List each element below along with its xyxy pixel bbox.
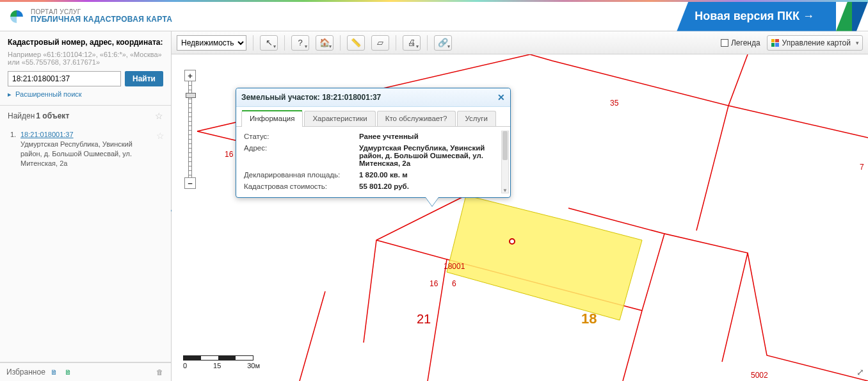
star-icon[interactable]: ☆ xyxy=(156,130,165,168)
link-tool[interactable]: 🔗 xyxy=(434,35,452,51)
measure-line-tool[interactable]: 📏 xyxy=(347,35,365,51)
favorites-label: Избранное xyxy=(6,368,45,377)
zoom-handle[interactable] xyxy=(186,93,196,98)
info-row: Адрес:Удмуртская Республика, Увинский ра… xyxy=(244,142,502,169)
checkbox-icon xyxy=(721,39,728,47)
advanced-search-link[interactable]: Расширенный поиск xyxy=(15,90,82,98)
tab-serviced-by[interactable]: Кто обслуживает? xyxy=(377,111,456,126)
tab-info[interactable]: Информация xyxy=(241,111,303,126)
results-summary: Найден 1 объект ☆ xyxy=(0,106,171,126)
logo-block[interactable]: ПОРТАЛ УСЛУГ ПУБЛИЧНАЯ КАДАСТРОВАЯ КАРТА xyxy=(0,8,180,26)
manage-map-button[interactable]: Управление картой xyxy=(767,35,863,51)
print-tool[interactable]: 🖨 xyxy=(403,35,421,51)
close-icon[interactable]: ✕ xyxy=(497,92,505,102)
pointer-tool[interactable]: ↖ xyxy=(260,35,278,51)
tab-characteristics[interactable]: Характеристики xyxy=(304,111,375,126)
trash-icon[interactable]: 🗑 xyxy=(154,367,165,377)
chevron-down-icon[interactable]: ▼ xyxy=(502,188,508,193)
popup-scrollbar[interactable]: ▲ ▼ xyxy=(501,131,509,193)
search-label: Кадастровый номер, адрес, координата: xyxy=(0,31,171,51)
popup-tabs: Информация Характеристики Кто обслуживае… xyxy=(236,107,510,127)
svg-text:16: 16 xyxy=(430,279,438,288)
svg-text:16: 16 xyxy=(225,150,234,159)
result-item[interactable]: 1. 18:21:018001:37 Удмуртская Республика… xyxy=(0,126,171,174)
svg-text:6: 6 xyxy=(452,279,456,288)
header-accent xyxy=(836,2,868,31)
svg-text:5002: 5002 xyxy=(751,371,768,380)
logo-text: ПОРТАЛ УСЛУГ ПУБЛИЧНАЯ КАДАСТРОВАЯ КАРТА xyxy=(31,8,172,24)
app-header: ПОРТАЛ УСЛУГ ПУБЛИЧНАЯ КАДАСТРОВАЯ КАРТА… xyxy=(0,2,868,31)
info-row: Кадастровая стоимость:55 801.20 руб. xyxy=(244,181,502,192)
legend-toggle[interactable]: Легенда xyxy=(721,38,760,47)
svg-text:18: 18 xyxy=(581,311,597,327)
measure-area-tool[interactable]: ▱ xyxy=(371,35,389,51)
export-xls-icon[interactable]: 🗎 xyxy=(63,367,74,377)
popup-body: Статус:Ранее учтенный Адрес:Удмуртская Р… xyxy=(236,127,510,197)
scroll-thumb[interactable] xyxy=(502,131,508,160)
svg-point-1 xyxy=(510,239,515,244)
svg-text:35: 35 xyxy=(610,99,619,108)
tab-services[interactable]: Услуги xyxy=(457,111,496,126)
info-tool[interactable]: 🏠 xyxy=(316,35,334,51)
svg-text:18001: 18001 xyxy=(444,262,465,271)
info-row: Декларированная площадь:1 820.00 кв. м xyxy=(244,169,502,181)
export-doc-icon[interactable]: 🗎 xyxy=(49,367,60,377)
favorites-bar: Избранное 🗎 🗎 🗑 xyxy=(0,362,171,381)
search-hint: Например «61:6:10104:12», «61:6:*», «Мос… xyxy=(0,51,171,71)
object-type-select[interactable]: Недвижимость xyxy=(177,35,246,51)
logo-icon xyxy=(8,8,26,26)
parcel-popup: Земельный участок: 18:21:018001:37 ✕ Инф… xyxy=(236,88,511,198)
app-title: ПУБЛИЧНАЯ КАДАСТРОВАЯ КАРТА xyxy=(31,15,172,24)
svg-marker-0 xyxy=(447,195,642,320)
zoom-control: + − xyxy=(184,70,196,189)
zoom-track[interactable] xyxy=(188,81,192,177)
result-address: Удмуртская Республика, Увинский район, д… xyxy=(20,140,154,168)
map-canvas[interactable]: 16 35 7 18001 16 6 21 18 5002 Земельный … xyxy=(172,54,868,381)
help-tool[interactable]: ? xyxy=(291,35,309,51)
new-version-button[interactable]: Новая версия ПКК → xyxy=(677,2,836,31)
fullscreen-icon[interactable]: ⤢ xyxy=(856,367,864,377)
new-version-label: Новая версия ПКК → xyxy=(695,10,814,23)
search-button[interactable]: Найти xyxy=(125,71,163,86)
scale-bar: 0 15 30м xyxy=(183,355,260,369)
result-cadastral-link[interactable]: 18:21:018001:37 xyxy=(20,130,154,140)
info-row: Статус:Ранее учтенный xyxy=(244,131,502,142)
popup-title: Земельный участок: 18:21:018001:37 xyxy=(241,93,381,102)
chevron-right-icon: ▸ xyxy=(8,90,12,98)
svg-text:7: 7 xyxy=(860,163,864,172)
map-toolbar: Недвижимость ↖ ? 🏠 📏 ▱ 🖨 🔗 Легенда xyxy=(172,31,868,54)
zoom-in-button[interactable]: + xyxy=(184,70,196,81)
result-number: 1. xyxy=(10,130,20,168)
star-icon[interactable]: ☆ xyxy=(155,111,163,121)
grid-icon xyxy=(771,39,779,47)
sidebar: Кадастровый номер, адрес, координата: На… xyxy=(0,31,172,381)
search-input[interactable] xyxy=(8,71,121,86)
svg-text:21: 21 xyxy=(417,312,431,326)
map-area: Недвижимость ↖ ? 🏠 📏 ▱ 🖨 🔗 Легенда xyxy=(172,31,868,381)
zoom-out-button[interactable]: − xyxy=(184,177,196,189)
